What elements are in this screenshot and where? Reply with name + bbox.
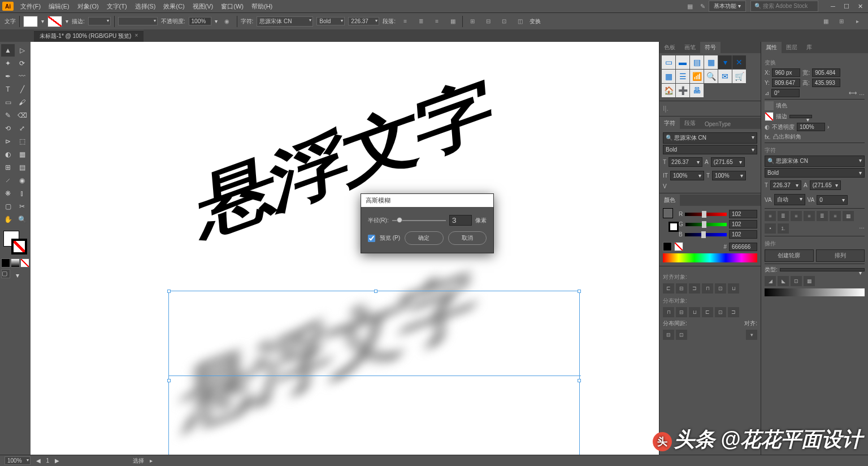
angle-field[interactable]: 0° [771,89,800,97]
selection-bounds[interactable] [168,291,580,455]
symbol-item[interactable]: ▤ [690,55,704,69]
menu-file[interactable]: 文件(F) [17,1,44,12]
char-vscale[interactable]: 100% [670,171,704,180]
h-field[interactable]: 435.993 [812,79,840,87]
p-align-c[interactable]: ≣ [778,211,789,221]
symbol-item[interactable]: ▭ [662,55,675,69]
type-dd[interactable] [780,268,865,271]
curvature-tool[interactable]: 〰 [15,70,29,83]
r-value[interactable]: 102 [729,210,757,218]
align-bottom[interactable]: ⊔ [728,283,739,294]
align-icon[interactable]: ⊟ [482,15,494,28]
menu-object[interactable]: 对象(O) [74,1,102,12]
symbol-item[interactable]: 🛒 [732,70,746,83]
brush-dd[interactable] [118,17,158,25]
r-slider[interactable] [685,213,727,216]
perspective-tool[interactable]: ▦ [15,148,29,161]
rotate-tool[interactable]: ⟲ [1,122,15,135]
align-center-icon[interactable]: ≣ [415,15,427,28]
align-top[interactable]: ⊓ [702,283,713,294]
color-fill-swatch[interactable] [663,208,673,218]
align-to-dd[interactable]: ▾ [746,330,757,340]
char2-tracking[interactable]: 0 [817,195,848,205]
char-size[interactable]: 226.37 [669,157,702,167]
create-outlines-btn[interactable]: 创建轮廓 [765,249,814,262]
nav-prev-icon[interactable]: ◀ [36,458,41,464]
sw-black[interactable] [663,242,672,251]
tab-opentype[interactable]: OpenType [700,119,735,129]
char-weight-dd[interactable]: Bold [663,145,757,154]
font-family-dd[interactable]: 思源宋体 CN [257,16,313,27]
menu-view[interactable]: 视图(V) [189,1,217,12]
p-just-r[interactable]: ≡ [830,211,841,221]
selection-tool[interactable]: ▲ [1,44,15,57]
maximize-button[interactable]: ☐ [841,3,852,10]
menu-effect[interactable]: 效果(C) [160,1,188,12]
w-field[interactable]: 905.484 [812,68,840,77]
radius-slider[interactable] [392,220,446,221]
artboard-tool[interactable]: ▢ [1,200,15,213]
p-just-all[interactable]: ▦ [843,211,854,221]
menu-select[interactable]: 选择(S) [132,1,159,12]
path-op-4[interactable]: ▦ [804,276,815,286]
x-field[interactable]: 960 px [772,68,800,77]
mesh-tool[interactable]: ⊞ [1,161,15,174]
line-tool[interactable]: ╱ [15,83,29,96]
list-num[interactable]: 1. [778,223,789,234]
tab-character[interactable]: 字符 [659,118,680,129]
tab-properties[interactable]: 属性 [761,42,782,53]
list-bullet[interactable]: • [765,223,776,234]
ok-button[interactable]: 确定 [405,231,443,245]
y-field[interactable]: 809.647 [772,79,800,87]
symbol-sprayer-tool[interactable]: ❋ [1,187,15,200]
close-tab-icon[interactable]: × [134,32,138,40]
align-vcenter[interactable]: ⊡ [715,283,726,294]
menu-edit[interactable]: 编辑(E) [45,1,73,12]
shape-builder-tool[interactable]: ◐ [1,148,15,161]
lasso-tool[interactable]: ⟳ [15,57,29,70]
style-icon[interactable]: ◉ [221,15,233,28]
transform-icon[interactable]: ◫ [514,15,526,28]
tab-libraries[interactable]: 库 [802,42,817,53]
g-value[interactable]: 102 [729,220,757,228]
fill-indicator[interactable] [765,101,774,110]
b-slider[interactable] [685,233,727,236]
align-left-icon[interactable]: ≡ [399,15,411,28]
char2-leading[interactable]: (271.65 [810,180,841,190]
symbol-item[interactable]: ▬ [676,55,689,69]
screen-mode-normal[interactable]: ▢ [1,269,10,278]
font-size-dd[interactable]: 226.37 [348,17,379,25]
stroke-dd-icon[interactable]: ▾ [66,18,68,24]
zoom-dd[interactable]: 100% [5,456,31,465]
cancel-button[interactable]: 取消 [448,231,487,245]
direct-selection-tool[interactable]: ▷ [15,44,29,57]
tab-swatches[interactable]: 色板 [659,42,680,53]
stroke-swatch[interactable] [47,16,62,27]
symbol-item[interactable]: ▦ [662,70,675,83]
sw-none[interactable] [674,242,683,251]
stroke-weight-dd[interactable] [88,17,111,25]
panel-toggle-icon[interactable]: ▸ [851,15,863,28]
color-mode-solid[interactable] [1,258,10,267]
eraser-tool[interactable]: ⌫ [15,109,29,122]
distribute-icon[interactable]: ⊡ [498,15,510,28]
align-left[interactable]: ⊏ [663,283,674,294]
dist-vspace[interactable]: ⊟ [663,330,674,340]
shaper-tool[interactable]: ✎ [1,109,15,122]
char2-kerning[interactable]: 自动 [774,194,805,205]
color-spectrum[interactable] [663,253,757,262]
opacity-field[interactable]: 100% [189,17,211,25]
color-stroke-swatch[interactable] [669,222,679,232]
arrange-btn[interactable]: 排列 [816,249,865,262]
symbol-item[interactable]: ✕ [732,55,746,69]
b-value[interactable]: 102 [729,230,757,239]
dist-top[interactable]: ⊓ [663,307,674,317]
path-op-1[interactable]: ◢ [765,276,776,286]
fill-dd-icon[interactable]: ▾ [41,18,44,24]
width-tool[interactable]: ⊳ [1,135,15,148]
zoom-tool[interactable]: 🔍 [15,213,29,226]
justify-icon[interactable]: ▦ [446,15,459,28]
hex-value[interactable]: 666666 [729,243,757,251]
dist-hspace[interactable]: ⊡ [676,330,687,340]
symbol-item[interactable]: ▾ [718,55,732,69]
